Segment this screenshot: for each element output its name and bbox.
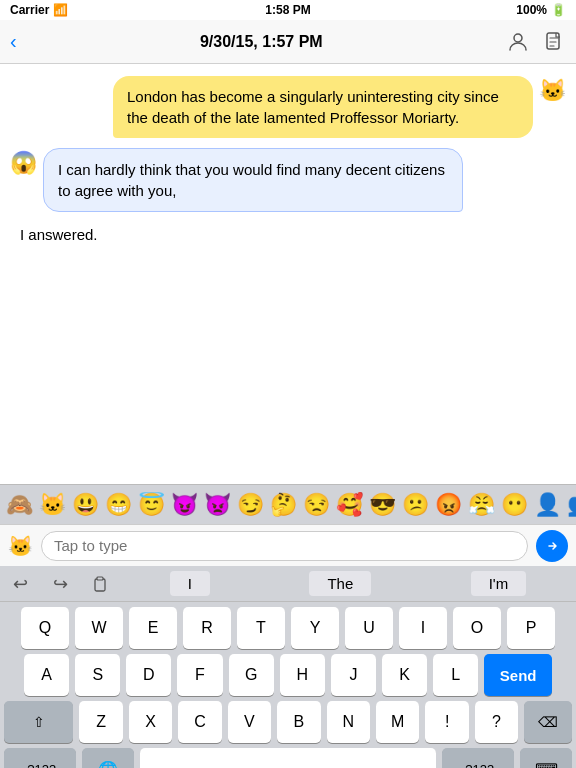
message-text-2: I can hardly think that you would find m… [58,161,445,199]
message-input[interactable] [41,531,528,561]
nav-title: 9/30/15, 1:57 PM [200,33,323,51]
key-q[interactable]: Q [21,607,69,649]
key-j[interactable]: J [331,654,376,696]
send-button[interactable]: Send [484,654,552,696]
key-z[interactable]: Z [79,701,122,743]
emoji-item[interactable]: 😏 [235,492,266,518]
key-b[interactable]: B [277,701,320,743]
key-f[interactable]: F [177,654,222,696]
autocomplete-suggestions: I The I'm [120,571,576,596]
key-shift[interactable]: ⇧ [4,701,73,743]
clipboard-button[interactable] [80,575,120,593]
message-bubble-2: I can hardly think that you would find m… [43,148,463,212]
key-d[interactable]: D [126,654,171,696]
emoji-item[interactable]: 🤔 [268,492,299,518]
redo-button[interactable]: ↪ [40,573,80,595]
emoji-item[interactable]: 😡 [433,492,464,518]
key-u[interactable]: U [345,607,393,649]
person-icon[interactable] [506,30,530,54]
battery-text: 100% [516,3,547,17]
keyboard: Q W E R T Y U I O P A S D F G H J K L Se… [0,602,576,768]
narrator-text-content: I answered. [20,226,98,243]
key-exclaim[interactable]: ! [425,701,468,743]
input-avatar: 🐱 [8,534,33,558]
key-keyboard[interactable]: ⌨ [520,748,572,768]
key-a[interactable]: A [24,654,69,696]
svg-rect-3 [95,579,105,591]
key-r[interactable]: R [183,607,231,649]
suggestion-i[interactable]: I [170,571,210,596]
suggestion-the[interactable]: The [309,571,371,596]
key-x[interactable]: X [129,701,172,743]
wifi-icon: 📶 [53,3,68,17]
key-row-bottom: .?123 🌐 .?123 ⌨ [0,743,576,768]
key-l[interactable]: L [433,654,478,696]
key-p[interactable]: P [507,607,555,649]
doc-icon[interactable] [542,30,566,54]
key-numeric-right[interactable]: .?123 [442,748,514,768]
message-text-1: London has become a singularly uninteres… [127,88,499,126]
emoji-item[interactable]: 👥 [565,492,576,518]
emoji-item[interactable]: 🐱 [37,492,68,518]
key-m[interactable]: M [376,701,419,743]
send-arrow-button[interactable] [536,530,568,562]
back-button[interactable]: ‹ [10,30,17,53]
key-h[interactable]: H [280,654,325,696]
key-w[interactable]: W [75,607,123,649]
carrier-text: Carrier [10,3,49,17]
emoji-item[interactable]: 😈 [169,492,200,518]
key-o[interactable]: O [453,607,501,649]
key-row-2: A S D F G H J K L Send [0,649,576,696]
avatar-emoji-2: 😱 [10,150,37,176]
key-i[interactable]: I [399,607,447,649]
key-n[interactable]: N [327,701,370,743]
chat-area: London has become a singularly uninteres… [0,64,576,484]
key-backspace[interactable]: ⌫ [524,701,572,743]
emoji-item[interactable]: 😃 [70,492,101,518]
nav-icons [506,30,566,54]
key-globe[interactable]: 🌐 [82,748,134,768]
emoji-item[interactable]: 👤 [532,492,563,518]
nav-bar: ‹ 9/30/15, 1:57 PM [0,20,576,64]
key-question[interactable]: ? [475,701,518,743]
key-row-1: Q W E R T Y U I O P [0,602,576,649]
status-right: 100% 🔋 [516,3,566,17]
key-v[interactable]: V [228,701,271,743]
emoji-bar: 🙈 🐱 😃 😁 😇 😈 👿 😏 🤔 😒 🥰 😎 😕 😡 😤 😶 👤 👥 🤡 😱 [0,484,576,524]
message-bubble-1: London has become a singularly uninteres… [113,76,533,138]
key-t[interactable]: T [237,607,285,649]
suggestion-im[interactable]: I'm [471,571,527,596]
key-numeric-left[interactable]: .?123 [4,748,76,768]
key-s[interactable]: S [75,654,120,696]
key-space[interactable] [140,748,436,768]
autocomplete-bar: ↩ ↪ I The I'm [0,566,576,602]
emoji-item[interactable]: 🙈 [4,492,35,518]
emoji-item[interactable]: 😎 [367,492,398,518]
emoji-item[interactable]: 🥰 [334,492,365,518]
input-bar: 🐱 [0,524,576,566]
emoji-item[interactable]: 😤 [466,492,497,518]
key-y[interactable]: Y [291,607,339,649]
status-bar: Carrier 📶 1:58 PM 100% 🔋 [0,0,576,20]
emoji-item[interactable]: 😕 [400,492,431,518]
svg-point-0 [514,34,522,42]
key-g[interactable]: G [229,654,274,696]
status-time: 1:58 PM [265,3,310,17]
undo-button[interactable]: ↩ [0,573,40,595]
emoji-item[interactable]: 👿 [202,492,233,518]
key-e[interactable]: E [129,607,177,649]
key-k[interactable]: K [382,654,427,696]
emoji-item[interactable]: 😁 [103,492,134,518]
emoji-item[interactable]: 😒 [301,492,332,518]
key-c[interactable]: C [178,701,221,743]
avatar-emoji-1: 🐱 [539,78,566,104]
svg-rect-4 [97,577,103,580]
emoji-item[interactable]: 😇 [136,492,167,518]
emoji-item[interactable]: 😶 [499,492,530,518]
status-left: Carrier 📶 [10,3,68,17]
message-row: London has become a singularly uninteres… [10,76,566,138]
key-row-3: ⇧ Z X C V B N M ! ? ⌫ [0,696,576,743]
battery-icon: 🔋 [551,3,566,17]
message-row: 😱 I can hardly think that you would find… [10,148,566,212]
narrator-text: I answered. [10,222,566,247]
